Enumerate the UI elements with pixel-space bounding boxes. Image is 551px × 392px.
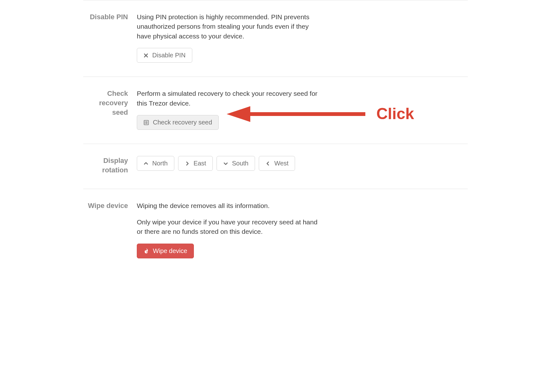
wipe-device-description-2: Only wipe your device if you have your r…	[137, 217, 320, 237]
close-icon	[143, 53, 148, 58]
section-check-recovery: Check recovery seed Perform a simulated …	[83, 77, 468, 144]
disable-pin-button-label: Disable PIN	[152, 52, 186, 59]
check-recovery-seed-button-label: Check recovery seed	[153, 119, 212, 126]
wipe-device-button-label: Wipe device	[153, 247, 187, 255]
section-label-display-rotation: Display rotation	[83, 156, 137, 175]
rotation-south-button[interactable]: South	[217, 156, 255, 171]
chevron-down-icon	[223, 161, 228, 166]
disable-pin-description: Using PIN protection is highly recommend…	[137, 12, 320, 41]
section-content-wipe-device: Wiping the device removes all its inform…	[137, 201, 468, 258]
wipe-device-button[interactable]: Wipe device	[137, 244, 194, 258]
section-label-wipe-device: Wipe device	[83, 201, 137, 258]
fire-icon	[143, 248, 149, 254]
section-content-check-recovery: Perform a simulated recovery to check yo…	[137, 89, 468, 130]
section-disable-pin: Disable PIN Using PIN protection is high…	[83, 0, 468, 77]
rotation-east-button[interactable]: East	[178, 156, 213, 171]
disable-pin-button[interactable]: Disable PIN	[137, 48, 192, 63]
chevron-up-icon	[143, 161, 148, 166]
rotation-north-button[interactable]: North	[137, 156, 174, 171]
list-icon	[143, 120, 149, 125]
section-wipe-device: Wipe device Wiping the device removes al…	[83, 189, 468, 272]
wipe-device-description-1: Wiping the device removes all its inform…	[137, 201, 320, 210]
section-content-display-rotation: North East South	[137, 156, 468, 175]
rotation-south-label: South	[232, 160, 248, 167]
chevron-left-icon	[265, 161, 270, 166]
section-label-check-recovery: Check recovery seed	[83, 89, 137, 130]
settings-container: Disable PIN Using PIN protection is high…	[55, 0, 496, 272]
section-display-rotation: Display rotation North	[83, 144, 468, 188]
rotation-west-label: West	[274, 160, 288, 167]
rotation-west-button[interactable]: West	[259, 156, 295, 171]
rotation-east-label: East	[194, 160, 206, 167]
check-recovery-seed-button[interactable]: Check recovery seed	[137, 115, 219, 130]
chevron-right-icon	[185, 161, 190, 166]
rotation-north-label: North	[152, 160, 168, 167]
section-content-disable-pin: Using PIN protection is highly recommend…	[137, 12, 468, 63]
section-label-disable-pin: Disable PIN	[83, 12, 137, 63]
check-recovery-description: Perform a simulated recovery to check yo…	[137, 89, 320, 108]
click-annotation-label: Click	[376, 105, 414, 123]
rotation-button-group: North East South	[137, 156, 468, 171]
